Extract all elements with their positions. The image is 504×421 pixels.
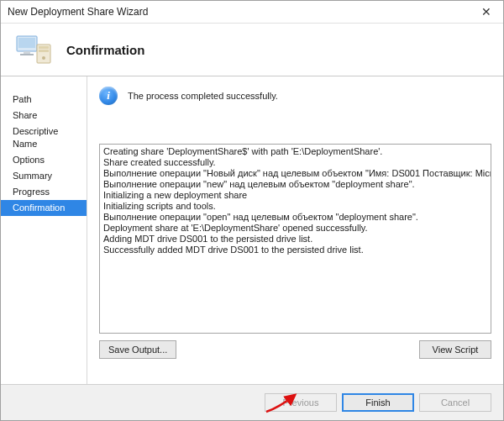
cancel-button: Cancel: [419, 393, 491, 412]
svg-rect-3: [20, 54, 34, 55]
window-title: New Deployment Share Wizard: [8, 6, 148, 18]
finish-button[interactable]: Finish: [342, 393, 414, 412]
previous-button: Previous: [265, 393, 337, 412]
svg-rect-5: [39, 46, 49, 49]
output-actions: Save Output... View Script: [99, 340, 491, 359]
log-line: Successfully added MDT drive DS001 to th…: [103, 245, 487, 255]
steps-sidebar: Path Share Descriptive Name Options Summ…: [1, 76, 87, 384]
step-options[interactable]: Options: [1, 152, 87, 168]
log-line: Share created successfully.: [103, 157, 487, 168]
close-icon: ✕: [481, 5, 491, 18]
status-row: i The process completed successfully.: [99, 87, 491, 105]
log-line: Выполнение операции "Новый диск" над цел…: [103, 168, 487, 179]
log-line: Выполнение операции "new" над целевым об…: [103, 179, 487, 190]
content-pane: i The process completed successfully. Cr…: [87, 76, 503, 384]
log-output[interactable]: Creating share 'DeploymentShare$' with p…: [99, 144, 491, 334]
svg-point-7: [42, 56, 45, 60]
wizard-footer: Previous Finish Cancel: [1, 384, 503, 420]
close-button[interactable]: ✕: [470, 1, 503, 23]
step-summary[interactable]: Summary: [1, 168, 87, 184]
step-confirmation[interactable]: Confirmation: [1, 200, 87, 216]
log-line: Adding MDT drive DS001 to the persisted …: [103, 234, 487, 245]
step-share[interactable]: Share: [1, 108, 87, 124]
log-line: Initializing a new deployment share: [103, 190, 487, 201]
svg-rect-2: [24, 51, 30, 54]
wizard-body: Path Share Descriptive Name Options Summ…: [1, 76, 503, 384]
step-progress[interactable]: Progress: [1, 184, 87, 200]
log-line: Выполнение операции "open" над целевым о…: [103, 212, 487, 223]
log-line: Creating share 'DeploymentShare$' with p…: [103, 146, 487, 157]
info-icon: i: [99, 87, 118, 105]
svg-rect-6: [39, 50, 49, 52]
save-output-button[interactable]: Save Output...: [99, 340, 176, 359]
log-line: Initializing scripts and tools.: [103, 201, 487, 212]
svg-rect-1: [18, 38, 35, 48]
step-path[interactable]: Path: [1, 92, 87, 108]
wizard-icon: [14, 29, 55, 70]
log-line: Deployment share at 'E:\DeploymentShare'…: [103, 223, 487, 234]
page-heading: Confirmation: [66, 43, 144, 57]
title-bar: New Deployment Share Wizard ✕: [1, 1, 503, 24]
wizard-banner: Confirmation: [1, 24, 503, 76]
view-script-button[interactable]: View Script: [419, 340, 491, 359]
step-descriptive-name[interactable]: Descriptive Name: [1, 124, 87, 152]
wizard-window: New Deployment Share Wizard ✕ Confirmati…: [0, 0, 504, 421]
status-text: The process completed successfully.: [128, 91, 278, 101]
